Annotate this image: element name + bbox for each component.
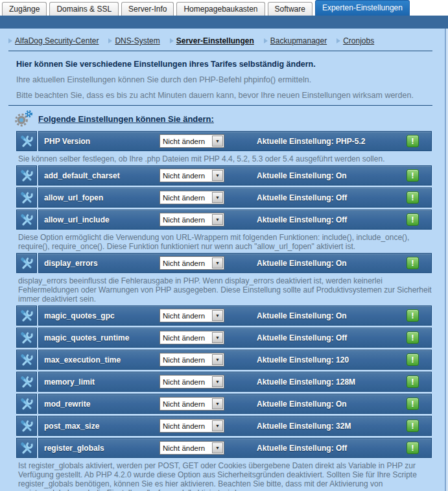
apply-button-memory-limit[interactable]: !	[407, 376, 419, 388]
setting-value-prefix: Aktuelle Einstellung:	[257, 171, 334, 180]
dropdown-button[interactable]: ▼	[212, 310, 223, 321]
dropdown-selected-value: Nicht ändern	[160, 138, 211, 145]
dropdown-selected-value: Nicht ändern	[160, 194, 211, 202]
dropdown-selected-value: Nicht ändern	[160, 356, 211, 364]
dropdown-display-errors[interactable]: Nicht ändern▼	[159, 256, 224, 270]
apply-button-post-max-size[interactable]: !	[407, 420, 419, 432]
setting-row-php-version: PHP VersionNicht ändern▼Aktuelle Einstel…	[16, 131, 432, 151]
setting-icon-cell	[16, 372, 37, 392]
tools-icon	[19, 352, 34, 368]
tab-software[interactable]: Software	[268, 2, 312, 16]
setting-name: register_globals	[44, 444, 104, 453]
apply-button-max-execution-time[interactable]: !	[407, 353, 419, 366]
gears-icon	[13, 110, 33, 128]
chevron-down-icon: ▼	[215, 173, 220, 178]
dropdown-selected-value: Nicht ändern	[160, 444, 211, 452]
tab-homepagebaukasten[interactable]: Homepagebaukasten	[176, 2, 265, 16]
setting-main-cell: magic_quotes_gpcNicht ändern▼Aktuelle Ei…	[38, 305, 432, 326]
dropdown-selected-value: Nicht ändern	[160, 172, 211, 180]
section-heading: Folgende Einstellungen können Sie ändern…	[13, 108, 448, 129]
breadcrumb-arrow-icon	[170, 38, 174, 43]
dropdown-max-execution-time[interactable]: Nicht ändern▼	[159, 353, 224, 366]
chevron-down-icon: ▼	[215, 357, 220, 362]
apply-button-add-default-charset[interactable]: !	[407, 169, 419, 182]
apply-button-mod-rewrite[interactable]: !	[407, 398, 419, 410]
setting-value-prefix: Aktuelle Einstellung:	[257, 422, 334, 431]
dropdown-button[interactable]: ▼	[212, 376, 223, 387]
tab-experten-einstellungen[interactable]: Experten-Einstellungen	[315, 0, 410, 16]
setting-value-text: On	[336, 400, 347, 409]
apply-button-magic-quotes-runtime[interactable]: !	[407, 331, 419, 344]
tab-zug-nge[interactable]: Zugänge	[2, 2, 47, 16]
dropdown-allow-url-fopen[interactable]: Nicht ändern▼	[159, 191, 224, 204]
setting-value-text: 120	[336, 355, 349, 365]
setting-icon-cell	[16, 328, 37, 348]
tools-icon	[19, 418, 34, 434]
apply-button-display-errors[interactable]: !	[407, 257, 419, 269]
dropdown-magic-quotes-gpc[interactable]: Nicht ändern▼	[159, 309, 224, 322]
dropdown-button[interactable]: ▼	[212, 442, 223, 453]
dropdown-button[interactable]: ▼	[212, 214, 223, 225]
setting-value-prefix: Aktuelle Einstellung:	[257, 259, 334, 268]
dropdown-button[interactable]: ▼	[212, 192, 223, 203]
dropdown-magic-quotes-runtime[interactable]: Nicht ändern▼	[159, 331, 224, 344]
setting-main-cell: allow_url_includeNicht ändern▼Aktuelle E…	[38, 210, 432, 230]
intro-heading: Hier können Sie verschiedene Einstellung…	[16, 60, 432, 69]
tab-domains-ssl[interactable]: Domains & SSL	[49, 2, 119, 16]
settings-list: PHP VersionNicht ändern▼Aktuelle Einstel…	[16, 131, 432, 491]
breadcrumb-item-cronjobs[interactable]: Cronjobs	[336, 36, 374, 45]
setting-icon-cell	[16, 210, 37, 230]
setting-value-text: Off	[336, 444, 347, 453]
setting-icon-cell	[16, 253, 37, 273]
breadcrumb-arrow-icon	[264, 38, 268, 43]
dropdown-memory-limit[interactable]: Nicht ändern▼	[159, 375, 224, 389]
tab-server-info[interactable]: Server-Info	[121, 2, 174, 16]
dropdown-button[interactable]: ▼	[212, 257, 223, 269]
dropdown-mod-rewrite[interactable]: Nicht ändern▼	[159, 397, 224, 411]
apply-button-register-globals[interactable]: !	[407, 442, 419, 454]
breadcrumb-item-alfadog-security-center[interactable]: AlfaDog Security-Center	[8, 36, 99, 45]
content-area: AlfaDog Security-CenterDNS-SystemServer-…	[0, 29, 448, 491]
dropdown-button[interactable]: ▼	[212, 354, 223, 365]
chevron-down-icon: ▼	[215, 446, 220, 450]
setting-value-prefix: Aktuelle Einstellung:	[257, 444, 334, 453]
dropdown-allow-url-include[interactable]: Nicht ändern▼	[159, 213, 224, 226]
setting-row-post-max-size: post_max_sizeNicht ändern▼Aktuelle Einst…	[16, 416, 432, 436]
dropdown-button[interactable]: ▼	[212, 170, 223, 181]
apply-button-magic-quotes-gpc[interactable]: !	[407, 309, 419, 322]
breadcrumb-item-server-einstellungen[interactable]: Server-Einstellungen	[170, 36, 254, 45]
breadcrumb-item-backupmanager[interactable]: Backupmanager	[264, 36, 327, 45]
setting-main-cell: register_globalsNicht ändern▼Aktuelle Ei…	[38, 438, 432, 458]
setting-value-text: On	[336, 171, 347, 180]
dropdown-selected-value: Nicht ändern	[160, 400, 211, 408]
dropdown-selected-value: Nicht ändern	[160, 259, 211, 267]
dropdown-register-globals[interactable]: Nicht ändern▼	[159, 441, 224, 455]
setting-value-prefix: Aktuelle Einstellung:	[257, 137, 334, 146]
setting-name: post_max_size	[44, 422, 99, 431]
page-right-border	[445, 29, 448, 491]
dropdown-php-version[interactable]: Nicht ändern▼	[159, 134, 224, 148]
setting-row-memory-limit: memory_limitNicht ändern▼Aktuelle Einste…	[16, 372, 432, 392]
dropdown-button[interactable]: ▼	[212, 332, 223, 343]
apply-button-allow-url-fopen[interactable]: !	[407, 191, 419, 204]
breadcrumb-arrow-icon	[108, 38, 112, 43]
dropdown-post-max-size[interactable]: Nicht ändern▼	[159, 419, 224, 433]
dropdown-button[interactable]: ▼	[212, 420, 223, 431]
section-title-link[interactable]: Folgende Einstellungen können Sie ändern…	[38, 114, 214, 124]
setting-current-value: Aktuelle Einstellung: Off	[257, 333, 347, 342]
setting-value-prefix: Aktuelle Einstellung:	[257, 400, 334, 409]
setting-row-magic-quotes-runtime: magic_quotes_runtimeNicht ändern▼Aktuell…	[16, 328, 432, 348]
dropdown-button[interactable]: ▼	[212, 136, 223, 147]
apply-button-php-version[interactable]: !	[407, 135, 419, 147]
setting-value-prefix: Aktuelle Einstellung:	[257, 193, 334, 202]
setting-name: display_errors	[44, 259, 98, 268]
breadcrumb-item-dns-system[interactable]: DNS-System	[108, 36, 159, 45]
dropdown-add-default-charset[interactable]: Nicht ändern▼	[159, 169, 224, 182]
dropdown-button[interactable]: ▼	[212, 398, 223, 409]
setting-current-value: Aktuelle Einstellung: On	[257, 311, 347, 320]
setting-value-text: Off	[336, 333, 347, 342]
setting-value-text: On	[336, 311, 347, 320]
setting-main-cell: display_errorsNicht ändern▼Aktuelle Eins…	[38, 253, 432, 273]
apply-button-allow-url-include[interactable]: !	[407, 213, 419, 226]
setting-row-add-default-charset: add_default_charsetNicht ändern▼Aktuelle…	[16, 165, 432, 186]
